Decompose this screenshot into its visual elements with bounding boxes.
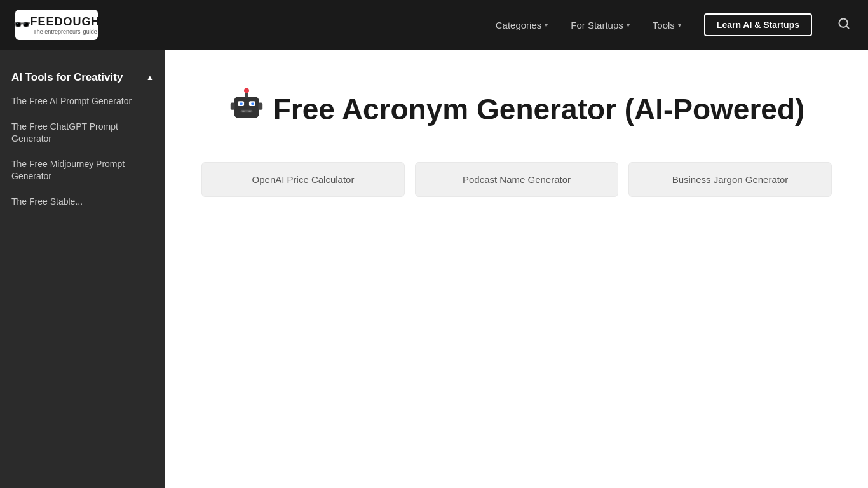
learn-ai-startups-button[interactable]: Learn AI & Startups (704, 13, 812, 36)
nav-for-startups-label: For Startups (571, 20, 623, 30)
nav-items: Categories ▾ For Startups ▾ Tools ▾ Lear… (496, 13, 853, 36)
robot-emoji-icon (229, 88, 264, 130)
svg-rect-9 (248, 111, 250, 112)
categories-chevron-icon: ▾ (545, 22, 548, 29)
sidebar-link-midjourney-prompt[interactable]: The Free Midjourney Prompt Generator (11, 158, 154, 183)
sidebar-section-title: AI Tools for Creativity (11, 71, 123, 84)
svg-rect-8 (242, 111, 244, 112)
sidebar-link-chatgpt-prompt[interactable]: The Free ChatGPT Prompt Generator (11, 121, 154, 146)
svg-rect-12 (230, 103, 234, 110)
logo-text: FEEDOUGH (31, 15, 100, 28)
page-layout: AI Tools for Creativity ▲ The Free AI Pr… (0, 50, 868, 445)
logo-link[interactable]: 🕶️ FEEDOUGH The entrepreneurs' guide (15, 10, 98, 40)
svg-line-1 (846, 25, 849, 28)
nav-tools-label: Tools (653, 20, 675, 30)
svg-rect-5 (240, 103, 242, 105)
sidebar: AI Tools for Creativity ▲ The Free AI Pr… (0, 50, 165, 445)
related-tool-openai-price[interactable]: OpenAI Price Calculator (201, 162, 405, 197)
list-item: The Free Stable... (11, 196, 154, 208)
search-button[interactable] (835, 15, 853, 36)
logo-glasses-icon: 🕶️ (13, 17, 31, 33)
page-title-text: Free Acronym Generator (AI-Powered) (273, 92, 805, 126)
page-title: Free Acronym Generator (AI-Powered) (229, 88, 805, 130)
logo-tagline: The entrepreneurs' guide (31, 29, 100, 35)
navbar: 🕶️ FEEDOUGH The entrepreneurs' guide Cat… (0, 0, 868, 50)
nav-categories-label: Categories (496, 20, 542, 30)
svg-rect-6 (251, 103, 254, 105)
sidebar-section-header: AI Tools for Creativity ▲ (0, 65, 165, 90)
logo-box: 🕶️ FEEDOUGH The entrepreneurs' guide (15, 10, 98, 40)
content-area (191, 229, 843, 419)
for-startups-chevron-icon: ▾ (627, 22, 630, 29)
svg-point-11 (244, 88, 249, 93)
svg-rect-13 (258, 103, 262, 110)
list-item: The Free Midjourney Prompt Generator (11, 158, 154, 183)
related-tool-podcast-name[interactable]: Podcast Name Generator (415, 162, 618, 197)
main-content: Free Acronym Generator (AI-Powered) Open… (165, 50, 868, 445)
page-title-area: Free Acronym Generator (AI-Powered) (191, 88, 843, 130)
sidebar-link-stable-diffusion[interactable]: The Free Stable... (11, 196, 154, 208)
tools-chevron-icon: ▾ (678, 22, 681, 29)
nav-for-startups[interactable]: For Startups ▾ (571, 20, 630, 30)
nav-tools[interactable]: Tools ▾ (653, 20, 681, 30)
svg-rect-2 (234, 97, 259, 118)
sidebar-links: The Free AI Prompt Generator The Free Ch… (0, 95, 165, 208)
sidebar-toggle-icon[interactable]: ▲ (146, 73, 154, 82)
list-item: The Free AI Prompt Generator (11, 95, 154, 108)
list-item: The Free ChatGPT Prompt Generator (11, 121, 154, 146)
robot-face-icon (229, 88, 264, 123)
related-tools: OpenAI Price Calculator Podcast Name Gen… (191, 162, 843, 197)
nav-categories[interactable]: Categories ▾ (496, 20, 548, 30)
related-tool-business-jargon[interactable]: Business Jargon Generator (628, 162, 832, 197)
sidebar-link-prompt-generator[interactable]: The Free AI Prompt Generator (11, 95, 154, 108)
